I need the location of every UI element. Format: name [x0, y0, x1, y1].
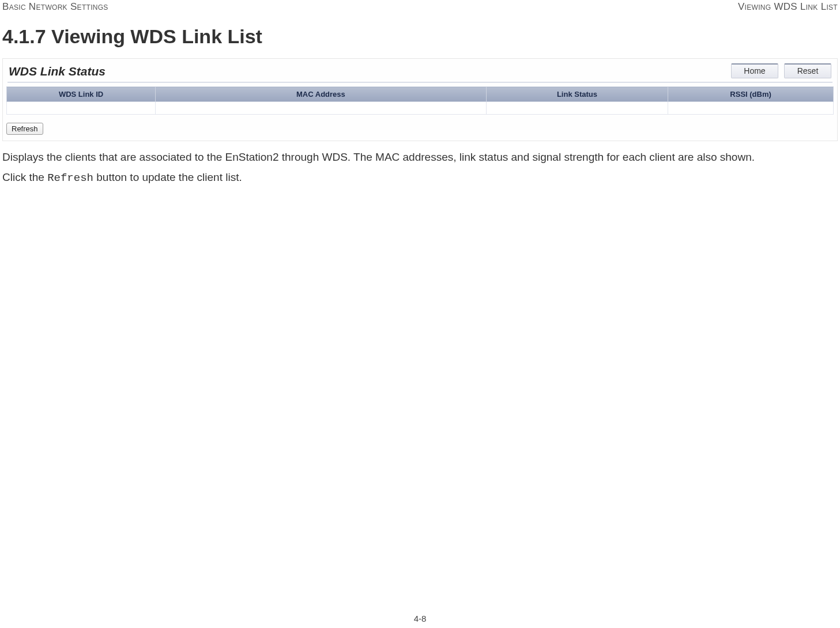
home-button[interactable]: Home [731, 63, 778, 78]
col-link-status: Link Status [486, 87, 668, 102]
col-wds-link-id: WDS Link ID [7, 87, 156, 102]
table-row [7, 102, 834, 115]
body-text: Displays the clients that are associated… [0, 150, 840, 185]
header-right: Viewing WDS Link List [738, 1, 838, 13]
section-title-text: Viewing WDS Link List [51, 25, 262, 47]
page-number: 4-8 [0, 614, 840, 623]
panel-tab-buttons: Home Reset [731, 63, 831, 78]
table-header-row: WDS Link ID MAC Address Link Status RSSI… [7, 87, 834, 102]
p2-prefix: Click the [2, 171, 47, 183]
paragraph-2: Click the Refresh button to update the c… [2, 171, 838, 186]
panel-title: WDS Link Status [9, 65, 106, 78]
section-number: 4.1.7 [2, 25, 46, 47]
p2-code: Refresh [47, 172, 93, 184]
cell [486, 102, 668, 115]
header-left: Basic Network Settings [2, 1, 108, 13]
paragraph-1: Displays the clients that are associated… [2, 150, 838, 165]
cell [668, 102, 834, 115]
cell [156, 102, 487, 115]
col-rssi: RSSI (dBm) [668, 87, 834, 102]
p2-suffix: button to update the client list. [93, 171, 242, 183]
refresh-button[interactable]: Refresh [6, 123, 43, 135]
cell [7, 102, 156, 115]
reset-button[interactable]: Reset [784, 63, 831, 78]
wds-link-status-panel: WDS Link Status Home Reset WDS Link ID M… [2, 58, 838, 141]
panel-divider [7, 82, 833, 83]
col-mac-address: MAC Address [156, 87, 487, 102]
section-heading: 4.1.7 Viewing WDS Link List [0, 15, 840, 58]
wds-link-table: WDS Link ID MAC Address Link Status RSSI… [6, 86, 834, 115]
